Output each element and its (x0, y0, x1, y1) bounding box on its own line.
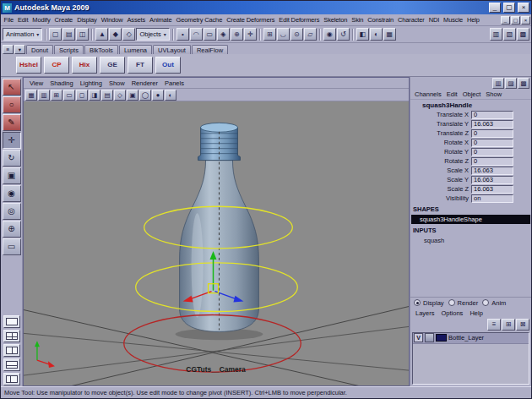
snap-point-icon[interactable]: ⊙ (290, 28, 303, 41)
attr-value-field[interactable]: 16.063 (471, 167, 513, 175)
mask-points-icon[interactable]: • (176, 28, 189, 41)
mdi-restore-button[interactable]: ▢ (511, 16, 520, 25)
shelf-tab-arrow-icon[interactable]: ▾ (14, 45, 25, 54)
layout-two-pane-stacked-button[interactable] (3, 358, 20, 371)
make-live-icon[interactable]: ◉ (323, 28, 336, 41)
layer-row[interactable]: V Bottle_Layer (413, 333, 529, 344)
select-hierarchy-mode-icon[interactable]: ▲ (95, 28, 108, 41)
cb-menu-channels[interactable]: Channels (413, 90, 443, 98)
shelf-button-ft[interactable]: FT (128, 57, 153, 74)
field-chart-icon[interactable]: ▤ (101, 90, 113, 101)
minimize-button[interactable]: _ (489, 3, 501, 13)
menu-create-deformers[interactable]: Create Deformers (225, 16, 277, 24)
menu-help[interactable]: Help (464, 16, 481, 24)
new-layer-from-selected-icon[interactable]: ⊠ (516, 319, 529, 331)
menu-assets[interactable]: Assets (125, 16, 148, 24)
mask-handles-icon[interactable]: ✛ (244, 28, 257, 41)
menu-edit[interactable]: Edit (16, 16, 30, 24)
render-frame-icon[interactable]: ◧ (356, 28, 369, 41)
attr-value-field[interactable]: 16.063 (471, 176, 513, 184)
menu-animate[interactable]: Animate (148, 16, 174, 24)
ipr-render-icon[interactable]: ◐ (370, 28, 383, 41)
shelf-tab-uvlayout[interactable]: UVLayout (153, 45, 191, 54)
panel-menu-renderer[interactable]: Renderer (128, 79, 161, 87)
shape-node-row[interactable]: squash3HandleShape (411, 215, 530, 224)
tool-settings-toggle-icon[interactable]: ▥ (492, 78, 504, 89)
panel-menu-shading[interactable]: Shading (46, 79, 77, 87)
layout-two-pane-side-button[interactable] (3, 344, 20, 357)
layout-persp-outliner-button[interactable] (3, 373, 20, 385)
attr-value-field[interactable]: 0 (471, 111, 513, 119)
construction-history-icon[interactable]: ↺ (337, 28, 350, 41)
camera-attributes-icon[interactable]: ▦ (25, 90, 37, 101)
menu-file[interactable]: File (2, 16, 16, 24)
viewport-3d[interactable]: CGTuts__Camera (24, 101, 409, 385)
bookmark-icon[interactable]: ▥ (38, 90, 50, 101)
panel-menu-view[interactable]: View (26, 79, 46, 87)
display-radio[interactable] (414, 299, 421, 306)
shelf-menu-icon[interactable]: ≡ (3, 45, 14, 54)
attr-value-field[interactable]: 0 (471, 148, 513, 156)
layer-color-swatch[interactable] (436, 334, 447, 342)
menu-create[interactable]: Create (52, 16, 75, 24)
mdi-close-button[interactable]: × (521, 16, 530, 25)
menu-window[interactable]: Window (99, 16, 125, 24)
select-object-mode-icon[interactable]: ◆ (109, 28, 122, 41)
rotate-tool-icon[interactable]: ↻ (3, 150, 21, 167)
show-attribute-editor-icon[interactable]: ▧ (503, 28, 516, 41)
menu-display[interactable]: Display (75, 16, 100, 24)
use-lights-icon[interactable]: ◐ (165, 90, 176, 101)
select-component-mode-icon[interactable]: ◇ (122, 28, 135, 41)
menu-ndi[interactable]: NDI (426, 16, 441, 24)
shelf-tab-realflow[interactable]: RealFlow (192, 45, 228, 54)
close-button[interactable]: × (518, 3, 529, 13)
render-settings-icon[interactable]: ▦ (383, 28, 396, 41)
mask-surfaces-icon[interactable]: ▭ (204, 28, 216, 41)
safe-action-icon[interactable]: ◇ (114, 90, 126, 101)
layout-single-pane-button[interactable] (3, 315, 20, 328)
open-scene-icon[interactable]: ▤ (62, 28, 75, 41)
anim-radio[interactable] (482, 299, 489, 306)
lasso-tool-icon[interactable]: ○ (3, 96, 21, 113)
move-tool-icon[interactable]: ✛ (3, 132, 21, 149)
snap-grid-icon[interactable]: ⊞ (263, 28, 276, 41)
menu-edit-deformers[interactable]: Edit Deformers (277, 16, 322, 24)
panel-menu-panels[interactable]: Panels (161, 79, 187, 87)
mask-curves-icon[interactable]: ◠ (190, 28, 203, 41)
menu-constrain[interactable]: Constrain (366, 16, 396, 24)
snap-curve-icon[interactable]: ◡ (277, 28, 290, 41)
show-channel-box-icon[interactable]: ▩ (517, 28, 529, 41)
shelf-button-hix[interactable]: Hix (72, 57, 97, 74)
shelf-button-ge[interactable]: GE (100, 57, 125, 74)
panel-menu-lighting[interactable]: Lighting (77, 79, 106, 87)
menu-muscle[interactable]: Muscle (442, 16, 465, 24)
menu-geometry-cache[interactable]: Geometry Cache (174, 16, 225, 24)
smooth-shade-icon[interactable]: ● (152, 90, 164, 101)
scale-tool-icon[interactable]: ▣ (3, 167, 21, 184)
grid-icon[interactable]: ⊞ (51, 90, 62, 101)
snap-plane-icon[interactable]: ▱ (304, 28, 317, 41)
new-empty-layer-icon[interactable]: ⊞ (502, 319, 515, 331)
shelf-button-out[interactable]: Out (155, 57, 181, 74)
wireframe-mode-icon[interactable]: ◯ (139, 90, 151, 101)
cb-menu-edit[interactable]: Edit (445, 90, 459, 98)
attr-value-field[interactable]: on (471, 194, 513, 203)
panel-menu-show[interactable]: Show (106, 79, 128, 87)
attribute-editor-toggle-icon[interactable]: ▨ (505, 78, 517, 89)
options-menu[interactable]: Options (440, 309, 465, 317)
show-tool-settings-icon[interactable]: ▥ (490, 28, 502, 41)
mask-joints-icon[interactable]: ⊕ (231, 28, 243, 41)
safe-title-icon[interactable]: ▣ (127, 90, 138, 101)
universal-manipulator-icon[interactable]: ◉ (3, 185, 21, 202)
attr-value-field[interactable]: 0 (471, 157, 513, 166)
shelf-tab-donut[interactable]: Donut (26, 45, 53, 54)
mask-deformations-icon[interactable]: ◈ (217, 28, 230, 41)
shelf-button-hshel[interactable]: Hshel (16, 57, 41, 74)
cb-menu-show[interactable]: Show (484, 90, 503, 98)
save-scene-icon[interactable]: ◫ (76, 28, 89, 41)
attr-value-field[interactable]: 16.063 (471, 185, 513, 194)
attr-value-field[interactable]: 16.063 (471, 120, 513, 128)
layer-display-mode-box[interactable] (425, 333, 434, 342)
film-gate-icon[interactable]: ▭ (63, 90, 75, 101)
mdi-minimize-button[interactable]: _ (501, 16, 510, 25)
